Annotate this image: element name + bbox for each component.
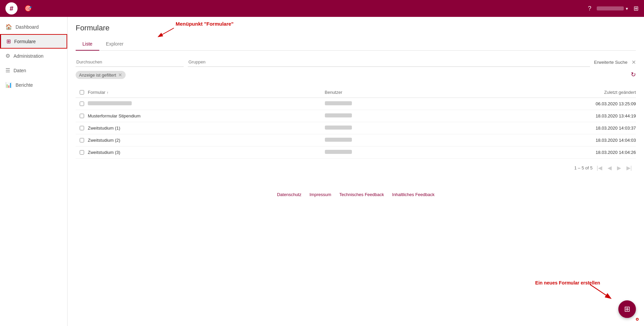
- row-geaendert-cell: 18.03.2020 14:04:26: [562, 150, 636, 155]
- topbar: # 🎯 ? ▾ ⊞: [0, 0, 644, 17]
- benutzer-blurred: [325, 138, 352, 142]
- create-formular-fab[interactable]: ⊞: [618, 300, 636, 318]
- search-input[interactable]: [76, 57, 184, 67]
- forms-icon: ⊞: [6, 38, 11, 45]
- table-header: Formular ↑ Benutzer Zuletzt geändert: [76, 87, 636, 98]
- table-row: 06.03.2020 13:25:09: [76, 98, 636, 110]
- col-formular-label: Formular: [88, 90, 105, 95]
- chevron-down-icon: ▾: [626, 6, 628, 11]
- groups-input[interactable]: [188, 57, 590, 67]
- row-benutzer-cell: [325, 101, 562, 106]
- topbar-right: ? ▾ ⊞: [588, 5, 639, 12]
- sidebar-item-label: Dashboard: [16, 24, 39, 30]
- row-checkbox-cell: [76, 150, 88, 155]
- sidebar-item-label: Daten: [14, 68, 26, 73]
- erweiterte-suche-button[interactable]: Erweiterte Suche: [594, 60, 627, 65]
- filter-label: Anzeige ist gefiltert: [79, 73, 116, 78]
- filter-badge: Anzeige ist gefiltert ✕: [76, 71, 636, 84]
- tab-explorer[interactable]: Explorer: [99, 38, 130, 51]
- row-geaendert-cell: 18.03.2020 14:03:37: [562, 126, 636, 131]
- reports-icon: 📊: [5, 82, 12, 88]
- topbar-left: # 🎯: [5, 2, 32, 15]
- row-checkbox-cell: [76, 114, 88, 118]
- table-row: Zweitstudium (2) 18.03.2020 14:04:03: [76, 134, 636, 146]
- sidebar-item-daten[interactable]: ☰ Daten: [0, 63, 67, 78]
- sidebar-item-berichte[interactable]: 📊 Berichte: [0, 78, 67, 92]
- remove-filter-icon[interactable]: ✕: [118, 72, 122, 78]
- page-title: Formulare: [76, 24, 636, 32]
- sidebar-item-label: Administration: [14, 53, 44, 59]
- col-header-benutzer[interactable]: Benutzer: [325, 90, 562, 95]
- footer-impressum[interactable]: Impressum: [309, 192, 331, 197]
- data-icon: ☰: [5, 67, 10, 74]
- row-geaendert-cell: 18.03.2020 14:04:03: [562, 138, 636, 143]
- sidebar-item-administration[interactable]: ⚙ Administration: [0, 49, 67, 63]
- sidebar-item-formulare[interactable]: ⊞ Formulare: [0, 34, 67, 49]
- row-formular-cell: Musterformular Stipendium: [88, 113, 325, 118]
- select-all-checkbox[interactable]: [80, 90, 84, 94]
- pagination-row: 1 – 5 of 5 |◀ ◀ ▶ ▶|: [76, 164, 636, 172]
- col-benutzer-label: Benutzer: [325, 90, 342, 95]
- prev-page-button[interactable]: ◀: [606, 164, 613, 172]
- row-checkbox-cell: [76, 102, 88, 106]
- app-logo[interactable]: #: [5, 2, 18, 15]
- sort-icon: ↑: [107, 90, 109, 94]
- footer: Datenschutz Impressum Technisches Feedba…: [76, 185, 636, 204]
- header-checkbox-cell: [76, 90, 88, 95]
- row-benutzer-cell: [325, 150, 562, 155]
- formular-blurred: [88, 101, 132, 105]
- row-benutzer-cell: [325, 113, 562, 118]
- sidebar-item-label: Formulare: [14, 39, 36, 44]
- table-row: Zweitstudium (3) 18.03.2020 14:04:26: [76, 146, 636, 159]
- target-icon: 🎯: [24, 5, 32, 12]
- user-menu[interactable]: ▾: [597, 6, 628, 11]
- add-form-icon: ⊞: [624, 305, 630, 314]
- close-search-icon[interactable]: ✕: [632, 59, 636, 65]
- fab-container: ⊞: [636, 318, 639, 321]
- row-checkbox[interactable]: [80, 114, 84, 118]
- table-row: Musterformular Stipendium 18.03.2020 13:…: [76, 110, 636, 122]
- row-formular-cell: Zweitstudium (2): [88, 138, 325, 143]
- help-icon[interactable]: ?: [588, 5, 591, 12]
- first-page-button[interactable]: |◀: [595, 164, 603, 172]
- row-checkbox[interactable]: [80, 138, 84, 142]
- benutzer-blurred: [325, 101, 352, 105]
- layout: 🏠 Dashboard ⊞ Formulare ⚙ Administration…: [0, 17, 644, 326]
- home-icon: 🏠: [5, 24, 12, 30]
- benutzer-blurred: [325, 126, 352, 130]
- footer-datenschutz[interactable]: Datenschutz: [277, 192, 301, 197]
- sidebar-item-label: Berichte: [16, 82, 33, 88]
- data-table: Formular ↑ Benutzer Zuletzt geändert: [76, 87, 636, 159]
- benutzer-blurred: [325, 150, 352, 154]
- search-row: Erweiterte Suche ✕: [76, 57, 636, 67]
- row-formular-cell: Zweitstudium (3): [88, 150, 325, 155]
- col-geaendert-label: Zuletzt geändert: [604, 90, 636, 95]
- user-name-blurred: [597, 6, 624, 10]
- sidebar: 🏠 Dashboard ⊞ Formulare ⚙ Administration…: [0, 17, 68, 326]
- row-checkbox-cell: [76, 138, 88, 142]
- col-header-geaendert[interactable]: Zuletzt geändert: [562, 90, 636, 95]
- row-benutzer-cell: [325, 138, 562, 143]
- next-page-button[interactable]: ▶: [616, 164, 622, 172]
- app-grid-icon[interactable]: ⊞: [634, 5, 639, 12]
- row-geaendert-cell: 06.03.2020 13:25:09: [562, 101, 636, 106]
- row-checkbox-cell: [76, 126, 88, 130]
- row-checkbox[interactable]: [80, 150, 84, 155]
- tab-liste[interactable]: Liste: [76, 38, 99, 51]
- last-page-button[interactable]: ▶|: [625, 164, 633, 172]
- row-formular-cell: Zweitstudium (1): [88, 126, 325, 131]
- refresh-icon[interactable]: ↻: [631, 71, 636, 78]
- tabs-bar: Liste Explorer: [76, 38, 636, 51]
- footer-technisches-feedback[interactable]: Technisches Feedback: [339, 192, 384, 197]
- gear-icon: ⚙: [5, 53, 10, 59]
- row-formular-cell: [88, 101, 325, 106]
- row-checkbox[interactable]: [80, 126, 84, 130]
- col-header-formular[interactable]: Formular ↑: [88, 90, 325, 95]
- sidebar-item-dashboard[interactable]: 🏠 Dashboard: [0, 20, 67, 34]
- row-geaendert-cell: 18.03.2020 13:44:19: [562, 113, 636, 118]
- footer-inhaltliches-feedback[interactable]: Inhaltliches Feedback: [392, 192, 435, 197]
- benutzer-blurred: [325, 113, 352, 117]
- row-checkbox[interactable]: [80, 102, 84, 106]
- row-benutzer-cell: [325, 126, 562, 131]
- main-content: Formulare Menüpunkt "Formulare" Liste Ex…: [68, 17, 644, 326]
